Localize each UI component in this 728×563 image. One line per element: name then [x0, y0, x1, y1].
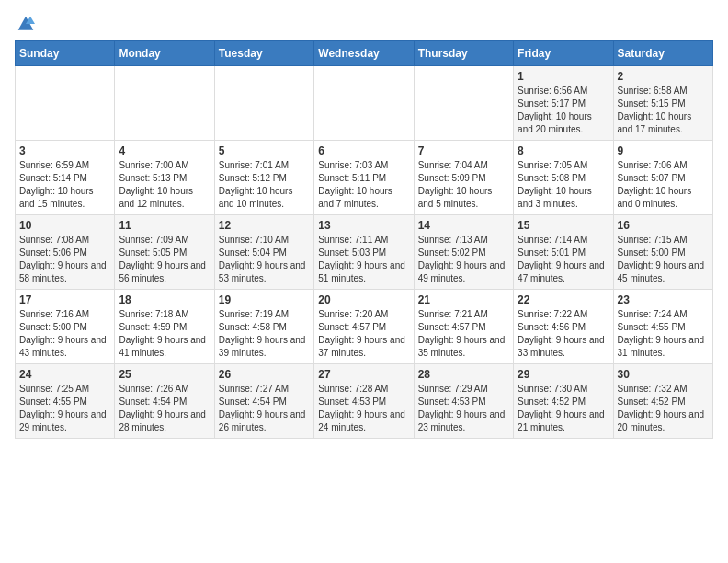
- day-info: Sunrise: 7:15 AM Sunset: 5:00 PM Dayligh…: [618, 234, 709, 285]
- day-number: 18: [119, 293, 210, 306]
- day-info: Sunrise: 7:03 AM Sunset: 5:11 PM Dayligh…: [318, 159, 409, 211]
- day-number: 21: [418, 293, 509, 306]
- weekday-header-sunday: Sunday: [16, 41, 115, 66]
- calendar-week-row: 3Sunrise: 6:59 AM Sunset: 5:14 PM Daylig…: [16, 141, 713, 215]
- day-number: 28: [418, 368, 509, 381]
- day-number: 26: [219, 368, 310, 381]
- day-info: Sunrise: 7:29 AM Sunset: 4:53 PM Dayligh…: [418, 383, 509, 434]
- day-number: 20: [318, 293, 409, 306]
- day-info: Sunrise: 7:13 AM Sunset: 5:02 PM Dayligh…: [418, 234, 509, 285]
- day-info: Sunrise: 7:16 AM Sunset: 5:00 PM Dayligh…: [19, 308, 110, 360]
- day-number: 16: [618, 219, 709, 232]
- day-info: Sunrise: 7:22 AM Sunset: 4:56 PM Dayligh…: [518, 308, 609, 360]
- calendar-cell: 20Sunrise: 7:20 AM Sunset: 4:57 PM Dayli…: [314, 290, 414, 364]
- day-number: 12: [219, 219, 310, 232]
- weekday-header-tuesday: Tuesday: [214, 41, 313, 66]
- day-info: Sunrise: 7:26 AM Sunset: 4:54 PM Dayligh…: [119, 383, 210, 434]
- day-info: Sunrise: 7:00 AM Sunset: 5:13 PM Dayligh…: [119, 159, 210, 211]
- calendar-cell: [414, 66, 513, 141]
- page-header: [15, 15, 713, 33]
- day-number: 14: [418, 219, 509, 232]
- day-number: 15: [518, 219, 609, 232]
- weekday-header-thursday: Thursday: [414, 41, 513, 66]
- day-number: 25: [119, 368, 210, 381]
- calendar-header-row: SundayMondayTuesdayWednesdayThursdayFrid…: [16, 41, 713, 66]
- day-info: Sunrise: 7:21 AM Sunset: 4:57 PM Dayligh…: [418, 308, 509, 360]
- day-number: 17: [19, 293, 110, 306]
- calendar-cell: 28Sunrise: 7:29 AM Sunset: 4:53 PM Dayli…: [414, 364, 513, 439]
- calendar-table: SundayMondayTuesdayWednesdayThursdayFrid…: [15, 40, 713, 439]
- calendar-week-row: 1Sunrise: 6:56 AM Sunset: 5:17 PM Daylig…: [16, 66, 713, 141]
- calendar-cell: 5Sunrise: 7:01 AM Sunset: 5:12 PM Daylig…: [214, 141, 313, 215]
- logo: [15, 15, 35, 33]
- calendar-cell: 24Sunrise: 7:25 AM Sunset: 4:55 PM Dayli…: [16, 364, 115, 439]
- calendar-week-row: 10Sunrise: 7:08 AM Sunset: 5:06 PM Dayli…: [16, 215, 713, 290]
- day-number: 4: [119, 144, 210, 157]
- day-info: Sunrise: 7:04 AM Sunset: 5:09 PM Dayligh…: [418, 159, 509, 211]
- calendar-cell: 19Sunrise: 7:19 AM Sunset: 4:58 PM Dayli…: [214, 290, 313, 364]
- day-info: Sunrise: 7:32 AM Sunset: 4:52 PM Dayligh…: [618, 383, 709, 434]
- calendar-cell: 1Sunrise: 6:56 AM Sunset: 5:17 PM Daylig…: [514, 66, 613, 141]
- calendar-cell: 8Sunrise: 7:05 AM Sunset: 5:08 PM Daylig…: [514, 141, 613, 215]
- day-info: Sunrise: 7:10 AM Sunset: 5:04 PM Dayligh…: [219, 234, 310, 285]
- day-number: 22: [518, 293, 609, 306]
- calendar-cell: [16, 66, 115, 141]
- calendar-cell: 30Sunrise: 7:32 AM Sunset: 4:52 PM Dayli…: [613, 364, 712, 439]
- day-number: 5: [219, 144, 310, 157]
- day-info: Sunrise: 7:18 AM Sunset: 4:59 PM Dayligh…: [119, 308, 210, 360]
- day-info: Sunrise: 7:28 AM Sunset: 4:53 PM Dayligh…: [318, 383, 409, 434]
- day-info: Sunrise: 7:05 AM Sunset: 5:08 PM Dayligh…: [518, 159, 609, 211]
- day-number: 7: [418, 144, 509, 157]
- day-number: 10: [19, 219, 110, 232]
- day-info: Sunrise: 7:19 AM Sunset: 4:58 PM Dayligh…: [219, 308, 310, 360]
- calendar-cell: 11Sunrise: 7:09 AM Sunset: 5:05 PM Dayli…: [115, 215, 214, 290]
- day-info: Sunrise: 7:24 AM Sunset: 4:55 PM Dayligh…: [618, 308, 709, 360]
- calendar-cell: [314, 66, 414, 141]
- day-info: Sunrise: 7:14 AM Sunset: 5:01 PM Dayligh…: [518, 234, 609, 285]
- calendar-cell: 27Sunrise: 7:28 AM Sunset: 4:53 PM Dayli…: [314, 364, 414, 439]
- day-number: 19: [219, 293, 310, 306]
- day-number: 9: [618, 144, 709, 157]
- day-info: Sunrise: 7:06 AM Sunset: 5:07 PM Dayligh…: [618, 159, 709, 211]
- calendar-cell: 17Sunrise: 7:16 AM Sunset: 5:00 PM Dayli…: [16, 290, 115, 364]
- day-number: 6: [318, 144, 409, 157]
- calendar-week-row: 17Sunrise: 7:16 AM Sunset: 5:00 PM Dayli…: [16, 290, 713, 364]
- calendar-cell: 3Sunrise: 6:59 AM Sunset: 5:14 PM Daylig…: [16, 141, 115, 215]
- calendar-cell: 29Sunrise: 7:30 AM Sunset: 4:52 PM Dayli…: [514, 364, 613, 439]
- day-info: Sunrise: 7:09 AM Sunset: 5:05 PM Dayligh…: [119, 234, 210, 285]
- weekday-header-monday: Monday: [115, 41, 214, 66]
- calendar-cell: 6Sunrise: 7:03 AM Sunset: 5:11 PM Daylig…: [314, 141, 414, 215]
- day-info: Sunrise: 6:56 AM Sunset: 5:17 PM Dayligh…: [518, 85, 609, 136]
- calendar-cell: 10Sunrise: 7:08 AM Sunset: 5:06 PM Dayli…: [16, 215, 115, 290]
- calendar-cell: 2Sunrise: 6:58 AM Sunset: 5:15 PM Daylig…: [613, 66, 712, 141]
- calendar-cell: 7Sunrise: 7:04 AM Sunset: 5:09 PM Daylig…: [414, 141, 513, 215]
- day-info: Sunrise: 7:01 AM Sunset: 5:12 PM Dayligh…: [219, 159, 310, 211]
- day-number: 29: [518, 368, 609, 381]
- calendar-cell: 21Sunrise: 7:21 AM Sunset: 4:57 PM Dayli…: [414, 290, 513, 364]
- day-info: Sunrise: 6:58 AM Sunset: 5:15 PM Dayligh…: [618, 85, 709, 136]
- calendar-cell: 9Sunrise: 7:06 AM Sunset: 5:07 PM Daylig…: [613, 141, 712, 215]
- weekday-header-wednesday: Wednesday: [314, 41, 414, 66]
- calendar-cell: 13Sunrise: 7:11 AM Sunset: 5:03 PM Dayli…: [314, 215, 414, 290]
- weekday-header-saturday: Saturday: [613, 41, 712, 66]
- day-number: 1: [518, 70, 609, 83]
- day-number: 30: [618, 368, 709, 381]
- calendar-cell: 14Sunrise: 7:13 AM Sunset: 5:02 PM Dayli…: [414, 215, 513, 290]
- day-info: Sunrise: 6:59 AM Sunset: 5:14 PM Dayligh…: [19, 159, 110, 211]
- calendar-cell: 22Sunrise: 7:22 AM Sunset: 4:56 PM Dayli…: [514, 290, 613, 364]
- weekday-header-friday: Friday: [514, 41, 613, 66]
- day-number: 3: [19, 144, 110, 157]
- day-number: 27: [318, 368, 409, 381]
- day-info: Sunrise: 7:27 AM Sunset: 4:54 PM Dayligh…: [219, 383, 310, 434]
- logo-icon: [17, 15, 35, 33]
- calendar-cell: 12Sunrise: 7:10 AM Sunset: 5:04 PM Dayli…: [214, 215, 313, 290]
- calendar-cell: 18Sunrise: 7:18 AM Sunset: 4:59 PM Dayli…: [115, 290, 214, 364]
- day-info: Sunrise: 7:30 AM Sunset: 4:52 PM Dayligh…: [518, 383, 609, 434]
- day-info: Sunrise: 7:08 AM Sunset: 5:06 PM Dayligh…: [19, 234, 110, 285]
- calendar-cell: 4Sunrise: 7:00 AM Sunset: 5:13 PM Daylig…: [115, 141, 214, 215]
- calendar-cell: 25Sunrise: 7:26 AM Sunset: 4:54 PM Dayli…: [115, 364, 214, 439]
- day-number: 8: [518, 144, 609, 157]
- calendar-cell: 16Sunrise: 7:15 AM Sunset: 5:00 PM Dayli…: [613, 215, 712, 290]
- calendar-cell: 23Sunrise: 7:24 AM Sunset: 4:55 PM Dayli…: [613, 290, 712, 364]
- day-number: 23: [618, 293, 709, 306]
